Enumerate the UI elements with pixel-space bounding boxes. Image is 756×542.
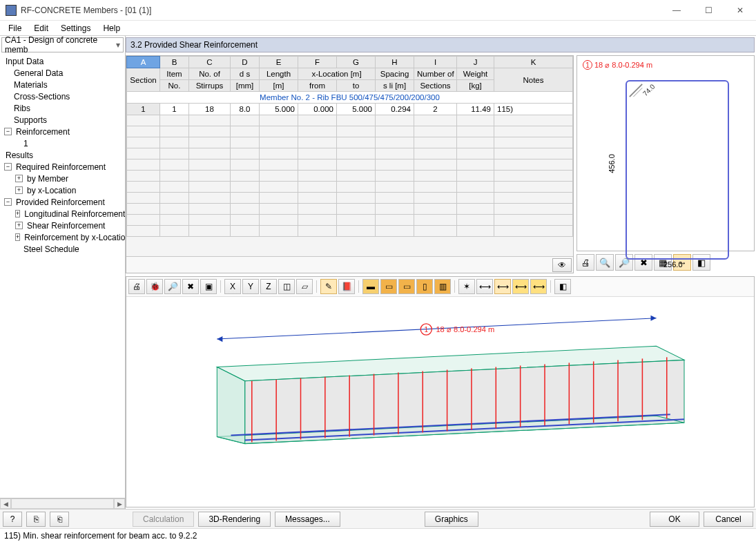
svg-marker-1 [217, 336, 222, 342]
render-panel: 🖨 🐞 🔎 ✖ ▣ X Y Z ◫ ▱ ✎ 📕 ▬ ▭ ▭ ▯ ▥ [126, 276, 755, 507]
nav-provided-reinf[interactable]: −Provided Reinforcement [0, 196, 125, 208]
table-row[interactable]: 1 1 18 8.0 5.000 0.000 5.000 0.294 2 11.… [127, 104, 573, 115]
calculation-button[interactable]: Calculation [133, 512, 194, 527]
ok-button[interactable]: OK [650, 512, 699, 527]
help-button[interactable]: ? [3, 512, 22, 527]
select-icon[interactable]: ▣ [200, 279, 217, 294]
menu-edit[interactable]: Edit [28, 22, 54, 35]
menu-settings[interactable]: Settings [55, 22, 96, 35]
nav-supports[interactable]: Supports [0, 114, 125, 126]
nav-long-reinf[interactable]: +Longitudinal Reinforcement [0, 208, 125, 220]
axes-icon[interactable]: ✶ [458, 279, 475, 294]
cross-section-view[interactable]: 1 18 ⌀ 8.0-0.294 m 74.0 456.0 256.0 [576, 55, 755, 251]
shear-table: A B C D E F G H I J K [126, 55, 574, 273]
find-icon[interactable]: 🐞 [146, 279, 163, 294]
nav-reinforcement-1[interactable]: 1 [0, 137, 125, 149]
col-C[interactable]: C [189, 57, 231, 68]
dim3-icon[interactable]: ⟷ [512, 279, 529, 294]
case-dropdown[interactable]: CA1 - Design of concrete memb [1, 37, 124, 52]
col-F[interactable]: F [298, 57, 337, 68]
view-x-icon[interactable]: X [224, 279, 241, 294]
render-mode-icon[interactable]: ◧ [554, 279, 571, 294]
nav-materials[interactable]: Materials [0, 79, 125, 90]
close-button[interactable]: ✕ [724, 0, 756, 21]
view1-icon[interactable]: ▭ [380, 279, 397, 294]
head-noof: No. of [189, 68, 231, 80]
col-D[interactable]: D [231, 57, 260, 68]
view3-icon[interactable]: ▯ [416, 279, 433, 294]
cs-height-dim: 456.0 [608, 154, 616, 173]
head-xloc: x-Location [m] [298, 68, 376, 80]
view-y-icon[interactable]: Y [242, 279, 259, 294]
head-spacing: Spacing [376, 68, 414, 80]
nav-ribs[interactable]: Ribs [0, 102, 125, 114]
menu-bar: File Edit Settings Help [0, 21, 756, 36]
nav-results[interactable]: Results [0, 149, 125, 161]
titlebar: RF-CONCRETE Members - [01 (1)] — ☐ ✕ [0, 0, 756, 21]
section-title: 3.2 Provided Shear Reinforcement [126, 37, 755, 52]
col-B[interactable]: B [160, 57, 189, 68]
nav-hscroll[interactable]: ◀▶ [0, 498, 125, 509]
iso-icon[interactable]: ◫ [278, 279, 295, 294]
print-icon[interactable]: 🖨 [128, 279, 145, 294]
col-I[interactable]: I [414, 57, 457, 68]
section-icon[interactable]: ▬ [362, 279, 379, 294]
view4-icon[interactable]: ▥ [434, 279, 451, 294]
cancel-button[interactable]: Cancel [704, 512, 753, 527]
import-button[interactable]: ⎗ [50, 512, 69, 527]
reset-icon[interactable]: ✖ [182, 279, 199, 294]
view-z-icon[interactable]: Z [260, 279, 277, 294]
head-length: Length [260, 68, 298, 80]
svg-marker-2 [651, 316, 657, 321]
head-weight: Weight [457, 68, 494, 80]
3d-rendering-button[interactable]: 3D-Rendering [198, 512, 271, 527]
col-E[interactable]: E [260, 57, 298, 68]
view-toggle-button[interactable]: 👁 [552, 258, 572, 272]
find-icon[interactable]: 🔍 [596, 254, 614, 271]
nav-reinforcement[interactable]: −Reinforcement [0, 126, 125, 137]
minimize-button[interactable]: — [661, 0, 692, 21]
graphics-button[interactable]: Graphics [425, 512, 478, 527]
cs-label: 1 18 ⌀ 8.0-0.294 m [583, 60, 652, 70]
persp-icon[interactable]: ▱ [296, 279, 313, 294]
render-toolbar: 🖨 🐞 🔎 ✖ ▣ X Y Z ◫ ▱ ✎ 📕 ▬ ▭ ▭ ▯ ▥ [126, 277, 754, 297]
export-button[interactable]: ⎘ [26, 512, 46, 527]
menu-file[interactable]: File [3, 22, 27, 35]
case-dropdown-label: CA1 - Design of concrete memb [5, 35, 120, 55]
col-J[interactable]: J [457, 57, 494, 68]
pen-icon[interactable]: ✎ [320, 279, 337, 294]
head-notes: Notes [494, 68, 573, 92]
nav-general-data[interactable]: General Data [0, 67, 125, 79]
zoom-icon[interactable]: 🔎 [164, 279, 181, 294]
nav-shear-reinf[interactable]: +Shear Reinforcement [0, 220, 125, 231]
window-title: RF-CONCRETE Members - [01 (1)] [21, 6, 151, 15]
dim1-icon[interactable]: ⟷ [476, 279, 493, 294]
nav-by-xloc[interactable]: +by x-Location [0, 184, 125, 196]
col-G[interactable]: G [337, 57, 376, 68]
nav-cross-sections[interactable]: Cross-Sections [0, 90, 125, 102]
col-A[interactable]: A [127, 57, 160, 68]
member-group-row[interactable]: Member No. 2 - Rib FBU 500/475/475/200/2… [127, 92, 573, 104]
messages-button[interactable]: Messages... [275, 512, 340, 527]
maximize-button[interactable]: ☐ [692, 0, 724, 21]
cs-width-dim: 256.0 [663, 260, 683, 269]
col-K[interactable]: K [494, 57, 573, 68]
nav-reinf-by-xloc[interactable]: +Reinforcement by x-Location [0, 231, 125, 243]
render-view[interactable]: 1 18 ⌀ 8.0-0.294 m [126, 297, 754, 507]
status-bar: 115) Min. shear reinforcement for beam a… [0, 528, 756, 542]
col-H[interactable]: H [376, 57, 414, 68]
nav-by-member[interactable]: +by Member [0, 173, 125, 184]
view2-icon[interactable]: ▭ [398, 279, 415, 294]
nav-tree[interactable]: Input Data General Data Materials Cross-… [0, 54, 125, 498]
dim2-icon[interactable]: ⟷ [494, 279, 511, 294]
nav-input-data[interactable]: Input Data [0, 55, 125, 67]
dim4-icon[interactable]: ⟷ [530, 279, 547, 294]
nav-steel-schedule[interactable]: Steel Schedule [0, 243, 125, 255]
menu-help[interactable]: Help [97, 22, 126, 35]
svg-text:1: 1 [424, 326, 428, 333]
book-icon[interactable]: 📕 [338, 279, 355, 294]
nav-panel: CA1 - Design of concrete memb Input Data… [0, 36, 126, 509]
nav-required-reinf[interactable]: −Required Reinforcement [0, 161, 125, 173]
print-icon[interactable]: 🖨 [576, 254, 594, 271]
app-icon [6, 5, 17, 16]
